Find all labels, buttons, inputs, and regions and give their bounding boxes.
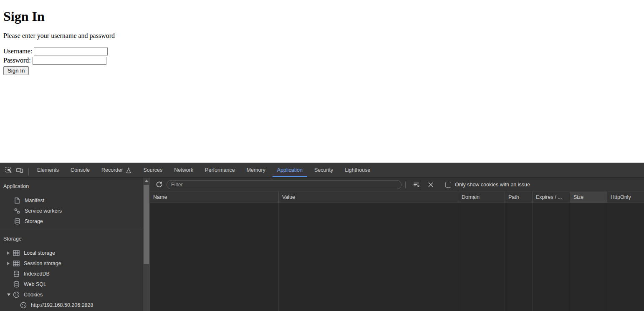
- cookies-panel: Only show cookies with an issue Name Val…: [149, 178, 644, 311]
- tab-console[interactable]: Console: [65, 163, 96, 177]
- sidebar-section-storage: Storage: [0, 235, 143, 243]
- table-column-httponly: [607, 203, 644, 311]
- experiment-beaker-icon: [126, 167, 131, 173]
- table-column-expires: [533, 203, 570, 311]
- table-column-name: [150, 203, 279, 311]
- database-icon: [13, 271, 20, 277]
- toolbar-separator: [405, 181, 406, 188]
- sidebar-divider: [0, 230, 143, 230]
- database-icon: [13, 281, 20, 288]
- inspect-element-icon[interactable]: [3, 165, 14, 176]
- issues-checkbox-label: Only show cookies with an issue: [455, 182, 530, 188]
- expander-expanded-icon[interactable]: [7, 293, 13, 296]
- clear-all-cookies-icon[interactable]: [412, 180, 422, 190]
- table-column-domain: [458, 203, 505, 311]
- username-field[interactable]: [34, 48, 108, 55]
- sidebar-item-web-sql[interactable]: Web SQL: [0, 279, 143, 289]
- expander-collapsed-icon[interactable]: [7, 262, 13, 265]
- scrollbar-up-arrow-icon[interactable]: [143, 178, 149, 184]
- tab-recorder[interactable]: Recorder: [96, 163, 137, 177]
- table-column-path: [505, 203, 533, 311]
- tab-security[interactable]: Security: [308, 163, 339, 177]
- devtools-tabbar: Elements Console Recorder Sources Networ…: [0, 163, 644, 178]
- tab-application[interactable]: Application: [271, 163, 308, 177]
- cookies-table-header: Name Value Domain Path Expires / ... Siz…: [150, 192, 644, 203]
- expander-collapsed-icon[interactable]: [7, 251, 13, 255]
- sidebar-section-application: Application: [0, 183, 143, 190]
- document-icon: [14, 197, 20, 204]
- table-column-value: [279, 203, 458, 311]
- password-label: Password:: [3, 57, 31, 64]
- sidebar-item-cookies-origin[interactable]: http://192.168.50.206:2828: [0, 300, 143, 310]
- application-sidebar: Application Manifest: [0, 178, 143, 311]
- database-icon: [14, 218, 20, 225]
- signin-button[interactable]: Sign In: [3, 66, 29, 75]
- tab-elements[interactable]: Elements: [31, 163, 65, 177]
- column-header-expires[interactable]: Expires / ...: [533, 192, 570, 203]
- table-icon: [13, 260, 20, 267]
- gears-icon: [14, 208, 20, 214]
- table-column-size: [570, 203, 607, 311]
- column-header-size[interactable]: Size: [570, 192, 607, 203]
- issues-checkbox[interactable]: [445, 182, 451, 188]
- cookie-icon: [13, 291, 20, 298]
- refresh-icon[interactable]: [154, 180, 164, 190]
- tab-sources[interactable]: Sources: [137, 163, 168, 177]
- column-header-httponly[interactable]: HttpOnly: [607, 192, 644, 203]
- devtools-panel: Elements Console Recorder Sources Networ…: [0, 163, 644, 311]
- cookies-toolbar: Only show cookies with an issue: [150, 178, 644, 192]
- password-field[interactable]: [33, 57, 106, 65]
- tab-network[interactable]: Network: [168, 163, 199, 177]
- column-header-domain[interactable]: Domain: [458, 192, 505, 203]
- delete-selected-icon[interactable]: [426, 180, 436, 190]
- column-header-path[interactable]: Path: [505, 192, 533, 203]
- sidebar-item-manifest[interactable]: Manifest: [0, 195, 143, 206]
- tab-lighthouse[interactable]: Lighthouse: [339, 163, 376, 177]
- table-icon: [13, 250, 20, 256]
- column-header-value[interactable]: Value: [279, 192, 458, 203]
- toolbar-separator: [28, 168, 29, 176]
- column-header-name[interactable]: Name: [150, 192, 279, 203]
- scrollbar-thumb[interactable]: [144, 185, 149, 264]
- signin-page: Sign In Please enter your username and p…: [0, 0, 644, 163]
- filter-input[interactable]: [167, 180, 402, 189]
- tab-memory[interactable]: Memory: [241, 163, 271, 177]
- username-label: Username:: [3, 48, 32, 55]
- device-toolbar-icon[interactable]: [14, 165, 25, 176]
- tab-performance[interactable]: Performance: [199, 163, 241, 177]
- sidebar-item-service-workers[interactable]: Service workers: [0, 206, 143, 216]
- cookies-table-body: [150, 203, 644, 311]
- cookie-icon: [20, 302, 27, 308]
- sidebar-item-local-storage[interactable]: Local storage: [0, 248, 143, 258]
- sidebar-item-storage[interactable]: Storage: [0, 216, 143, 226]
- sidebar-item-session-storage[interactable]: Session storage: [0, 258, 143, 268]
- sidebar-item-indexeddb[interactable]: IndexedDB: [0, 268, 143, 279]
- page-title: Sign In: [3, 0, 641, 24]
- page-subtitle: Please enter your username and password: [3, 32, 641, 40]
- sidebar-scrollbar[interactable]: [143, 178, 149, 311]
- sidebar-item-cookies[interactable]: Cookies: [0, 289, 143, 300]
